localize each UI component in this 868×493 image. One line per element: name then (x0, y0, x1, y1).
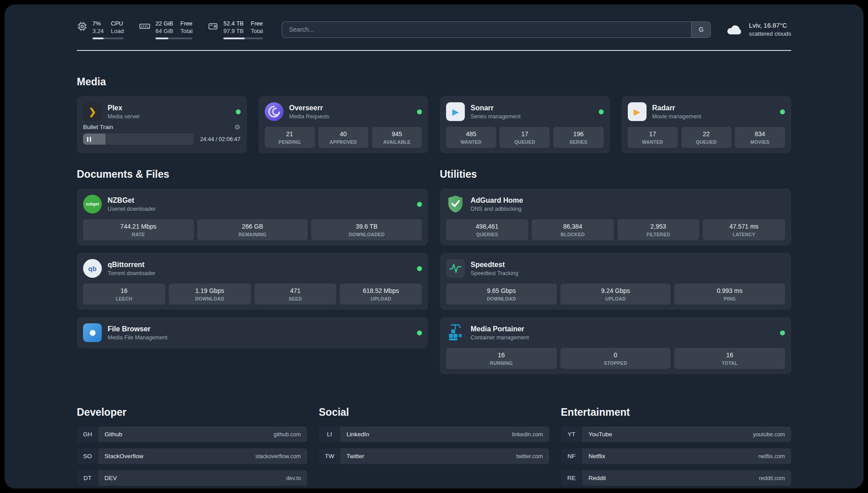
section-title-utilities: Utilities (440, 168, 791, 180)
playback-time: 24:44 / 02:06:47 (200, 136, 240, 142)
weather-condition: scattered clouds (749, 30, 791, 38)
stat-queued: 22 QUEUED (681, 127, 731, 148)
bookmark-name: YouTube (582, 426, 612, 442)
card-sonarr[interactable]: ▶ Sonarr Series management 485 WANTED (440, 96, 610, 153)
stat-wanted: 485 WANTED (446, 127, 496, 148)
cpu-progress-fill (92, 38, 104, 39)
bookmark-name: StackOverflow (98, 448, 143, 464)
app-name: Radarr (652, 104, 701, 113)
cpu-monitor: 7% 3.24 CPU Load (77, 20, 124, 39)
overseerr-icon (265, 102, 284, 121)
disk-progress-track (223, 38, 263, 39)
memory-progress-fill (155, 38, 168, 39)
section-title-documents: Documents & Files (77, 168, 428, 180)
status-dot (236, 109, 241, 114)
app-name: qBittorrent (108, 260, 155, 269)
search-input[interactable] (282, 21, 691, 38)
bookmark-name: Reddit (582, 470, 606, 486)
memory-monitor: 22 GiB 64 GiB Free Total (139, 20, 192, 39)
cpu-sublabel: Load (111, 27, 124, 35)
bookmark-group-social: Social LI LinkedIn linkedin.com TW Twitt… (319, 406, 549, 486)
playback-progress-fill (83, 134, 105, 145)
top-bar: 7% 3.24 CPU Load (77, 20, 791, 39)
bookmark-linkedin[interactable]: LI LinkedIn linkedin.com (319, 426, 549, 442)
card-nzbget[interactable]: nzbget NZBGet Usenet downloader 744.21 M… (77, 188, 428, 246)
bookmark-abbr: RE (561, 470, 582, 486)
stat-movies: 834 MOVIES (735, 127, 785, 148)
bookmark-url: reddit.com (759, 470, 791, 486)
app-description: Series management (471, 113, 521, 120)
bookmark-abbr: LI (319, 426, 340, 442)
bookmark-netflix[interactable]: NF Netflix netflix.com (561, 448, 791, 464)
app-name: Speedtest (471, 260, 518, 269)
app-description: Media Requests (289, 113, 330, 120)
bookmark-group-developer: Developer GH Github github.com SO StackO… (77, 406, 307, 486)
stat-seed: 471 SEED (255, 284, 337, 305)
disk-monitor: 52.4 TB 97.9 TB Free Total (208, 20, 263, 39)
memory-progress-track (155, 38, 192, 39)
stat-download: 1.19 Gbps DOWNLOAD (169, 284, 251, 305)
status-dot (417, 109, 422, 114)
sonarr-icon: ▶ (446, 102, 465, 121)
radarr-icon: ▶ (628, 102, 647, 121)
status-dot (417, 202, 422, 207)
bookmark-twitter[interactable]: TW Twitter twitter.com (319, 448, 549, 464)
app-description: Speedtest Tracking (471, 270, 518, 277)
app-description: Media server (108, 113, 140, 120)
bookmark-github[interactable]: GH Github github.com (77, 426, 307, 442)
cpu-label: CPU (111, 20, 124, 27)
card-plex[interactable]: ❯ Plex Media server Bullet Train ⚙ (77, 96, 247, 153)
stat-download: 9.65 Gbps DOWNLOAD (446, 284, 557, 305)
disk-icon (208, 21, 218, 32)
bookmark-abbr: SO (77, 448, 98, 464)
gear-icon[interactable]: ⚙ (234, 124, 240, 130)
section-utilities: Utilities (440, 168, 791, 374)
header-divider (77, 50, 791, 51)
card-qbittorrent[interactable]: qb qBittorrent Torrent downloader 16 LEE… (77, 253, 428, 310)
disk-free-label: Free (251, 20, 263, 27)
bookmark-name: DEV (98, 470, 117, 486)
bookmark-youtube[interactable]: YT YouTube youtube.com (561, 426, 791, 442)
status-dot (599, 109, 604, 114)
qbittorrent-icon: qb (83, 259, 102, 278)
bookmark-stackoverflow[interactable]: SO StackOverflow stackoverflow.com (77, 448, 307, 464)
bookmark-abbr: DT (77, 470, 98, 486)
cloud-icon (726, 23, 743, 36)
stat-approved: 40 APPROVED (318, 127, 368, 148)
app-description: Torrent downloader (108, 270, 155, 277)
stat-available: 945 AVAILABLE (372, 127, 422, 148)
bookmark-abbr: GH (77, 426, 98, 442)
stat-stopped: 0 STOPPED (560, 348, 671, 369)
memory-total-label: Total (180, 27, 192, 35)
stat-latency: 47.571 ms LATENCY (703, 219, 785, 240)
bookmark-reddit[interactable]: RE Reddit reddit.com (561, 470, 791, 486)
playback-progress-track[interactable] (83, 134, 194, 145)
stat-downloaded: 39.6 TB DOWNLOADED (311, 219, 422, 240)
section-title-media: Media (77, 76, 791, 88)
card-filebrowser[interactable]: File Browser Media File Management (77, 317, 428, 348)
stat-queries: 498,461 QUERIES (446, 219, 528, 240)
card-overseerr[interactable]: Overseerr Media Requests 21 PENDING 40 A… (259, 96, 429, 153)
bookmark-dev[interactable]: DT DEV dev.to (77, 470, 307, 486)
search-provider-button[interactable]: G (691, 21, 711, 38)
app-name: Sonarr (471, 104, 521, 113)
card-portainer[interactable]: Media Portainer Container management 16 … (440, 317, 791, 374)
cpu-usage: 7% (92, 20, 104, 27)
app-description: Usenet downloader (108, 206, 156, 213)
bookmark-url: github.com (274, 426, 307, 442)
card-adguard[interactable]: AdGuard Home DNS and adblocking 498,461 … (440, 188, 791, 246)
stat-filtered: 2,953 FILTERED (618, 219, 700, 240)
bookmark-group-title: Developer (77, 406, 307, 418)
pause-icon[interactable] (87, 137, 91, 142)
stat-ping: 0.993 ms PING (674, 284, 785, 305)
disk-total: 97.9 TB (223, 27, 243, 35)
bookmark-group-entertainment: Entertainment YT YouTube youtube.com NF … (561, 406, 791, 486)
status-dot (417, 330, 422, 335)
bookmark-name: LinkedIn (340, 426, 369, 442)
disk-free: 52.4 TB (223, 20, 243, 27)
app-name: Plex (108, 104, 140, 113)
card-speedtest[interactable]: Speedtest Speedtest Tracking 9.65 Gbps D… (440, 253, 791, 310)
card-radarr[interactable]: ▶ Radarr Movie management 17 WANTED (622, 96, 792, 153)
bookmark-url: youtube.com (753, 426, 791, 442)
app-name: Overseerr (289, 104, 330, 113)
